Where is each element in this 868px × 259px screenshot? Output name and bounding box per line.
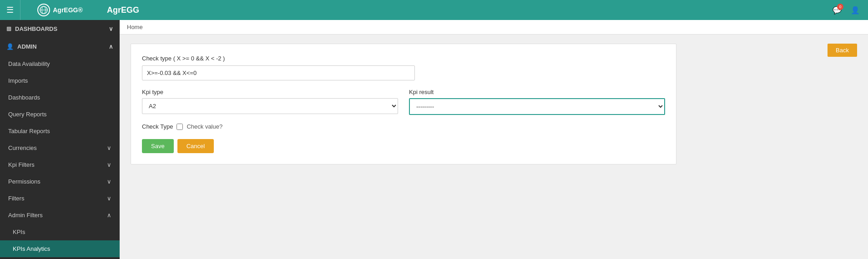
back-button[interactable]: Back bbox=[828, 44, 857, 57]
admin-section-label: ADMIN bbox=[17, 43, 37, 50]
sidebar: ⊞ DASHBOARDS ∨ 👤 ADMIN ∧ Data Availabili… bbox=[0, 20, 120, 259]
logo-text: AgrEGG® bbox=[53, 6, 83, 14]
save-button[interactable]: Save bbox=[142, 139, 174, 153]
user-profile-button[interactable]: 👤 bbox=[848, 3, 863, 17]
app-title: AgrEGG bbox=[100, 5, 830, 15]
check-type-checkbox-label: Check Type bbox=[142, 123, 173, 130]
sidebar-item-label: Dashboards bbox=[8, 94, 40, 101]
chevron-right-icon: ∨ bbox=[107, 161, 111, 168]
sidebar-item-label: Kpi Filters bbox=[8, 161, 35, 168]
kpi-result-label: Kpi result bbox=[409, 89, 665, 95]
check-type-input[interactable] bbox=[142, 65, 415, 80]
sidebar-item-imports[interactable]: Imports bbox=[0, 72, 120, 89]
logo-area: AgrEGG® bbox=[20, 0, 100, 20]
breadcrumb: Home bbox=[120, 20, 868, 35]
sidebar-sub-item-kpis[interactable]: KPIs bbox=[0, 224, 120, 240]
form-section: Check type ( X >= 0 && X < -2 ) Kpi type… bbox=[131, 44, 676, 164]
admin-section-icon: 👤 bbox=[6, 43, 14, 50]
nav-icons: 💬 0 👤 bbox=[830, 3, 868, 17]
chevron-right-icon: ∨ bbox=[107, 195, 111, 202]
sidebar-item-currencies[interactable]: Currencies ∨ bbox=[0, 139, 120, 156]
dashboards-section-label: DASHBOARDS bbox=[15, 25, 57, 32]
sidebar-item-data-availability[interactable]: Data Availability bbox=[0, 55, 120, 72]
kpi-result-group: Kpi result --------- bbox=[409, 89, 665, 115]
check-value-label: Check value? bbox=[187, 123, 222, 130]
body-layout: ⊞ DASHBOARDS ∨ 👤 ADMIN ∧ Data Availabili… bbox=[0, 20, 868, 259]
check-type-group: Check type ( X >= 0 && X < -2 ) bbox=[142, 55, 665, 80]
user-icon: 👤 bbox=[851, 6, 860, 15]
kpi-type-select[interactable]: A2 bbox=[142, 98, 398, 114]
notification-badge: 0 bbox=[837, 4, 843, 10]
sidebar-item-label: Currencies bbox=[8, 144, 37, 151]
top-navbar: ☰ AgrEGG® AgrEGG 💬 0 👤 bbox=[0, 0, 868, 20]
content-area: Back Check type ( X >= 0 && X < -2 ) Kpi… bbox=[120, 35, 868, 259]
breadcrumb-home[interactable]: Home bbox=[127, 24, 143, 30]
check-type-label: Check type ( X >= 0 && X < -2 ) bbox=[142, 55, 665, 62]
sidebar-item-admin-filters[interactable]: Admin Filters ∧ bbox=[0, 207, 120, 224]
sidebar-sub-item-label: KPIs Analytics bbox=[13, 245, 50, 252]
hamburger-button[interactable]: ☰ bbox=[0, 0, 20, 20]
dashboards-section-icon: ⊞ bbox=[6, 25, 11, 32]
sidebar-item-label: Data Availability bbox=[8, 60, 50, 67]
check-value-checkbox[interactable] bbox=[177, 124, 183, 130]
admin-chevron-icon: ∧ bbox=[109, 43, 113, 50]
sidebar-item-label: Filters bbox=[8, 195, 24, 202]
sidebar-sub-item-label: KPIs bbox=[13, 229, 25, 235]
logo-svg-icon bbox=[40, 6, 48, 14]
sidebar-item-filters[interactable]: Filters ∨ bbox=[0, 190, 120, 207]
sidebar-section-admin[interactable]: 👤 ADMIN ∧ bbox=[0, 38, 120, 55]
sidebar-item-permissions[interactable]: Permissions ∨ bbox=[0, 173, 120, 190]
sidebar-item-tabular-reports[interactable]: Tabular Reports bbox=[0, 123, 120, 139]
main-content: Home Back Check type ( X >= 0 && X < -2 … bbox=[120, 20, 868, 259]
dashboards-chevron-icon: ∨ bbox=[109, 25, 113, 32]
sidebar-item-label: Tabular Reports bbox=[8, 128, 50, 134]
sidebar-item-query-reports[interactable]: Query Reports bbox=[0, 106, 120, 123]
sidebar-item-dashboards[interactable]: Dashboards bbox=[0, 89, 120, 106]
chevron-up-icon: ∧ bbox=[107, 212, 111, 219]
form-buttons: Save Cancel bbox=[142, 139, 665, 153]
check-type-checkbox-row: Check Type Check value? bbox=[142, 123, 665, 130]
sidebar-item-label: Imports bbox=[8, 77, 28, 84]
hamburger-icon: ☰ bbox=[6, 5, 14, 15]
chevron-right-icon: ∨ bbox=[107, 144, 111, 151]
sidebar-sub-item-kpis-analytics[interactable]: KPIs Analytics bbox=[0, 240, 120, 257]
sidebar-item-label: Admin Filters bbox=[8, 212, 43, 219]
kpi-type-label: Kpi type bbox=[142, 89, 398, 95]
logo-circle bbox=[37, 4, 50, 16]
notification-button[interactable]: 💬 0 bbox=[830, 3, 844, 17]
sidebar-item-kpi-filters[interactable]: Kpi Filters ∨ bbox=[0, 156, 120, 173]
kpi-type-group: Kpi type A2 bbox=[142, 89, 398, 114]
sidebar-item-label: Query Reports bbox=[8, 111, 47, 118]
kpi-result-select[interactable]: --------- bbox=[409, 98, 665, 115]
sidebar-section-dashboards[interactable]: ⊞ DASHBOARDS ∨ bbox=[0, 20, 120, 38]
cancel-button[interactable]: Cancel bbox=[177, 139, 214, 153]
kpi-row: Kpi type A2 Kpi result --------- bbox=[142, 89, 665, 115]
chevron-right-icon: ∨ bbox=[107, 178, 111, 185]
sidebar-item-label: Permissions bbox=[8, 178, 40, 185]
